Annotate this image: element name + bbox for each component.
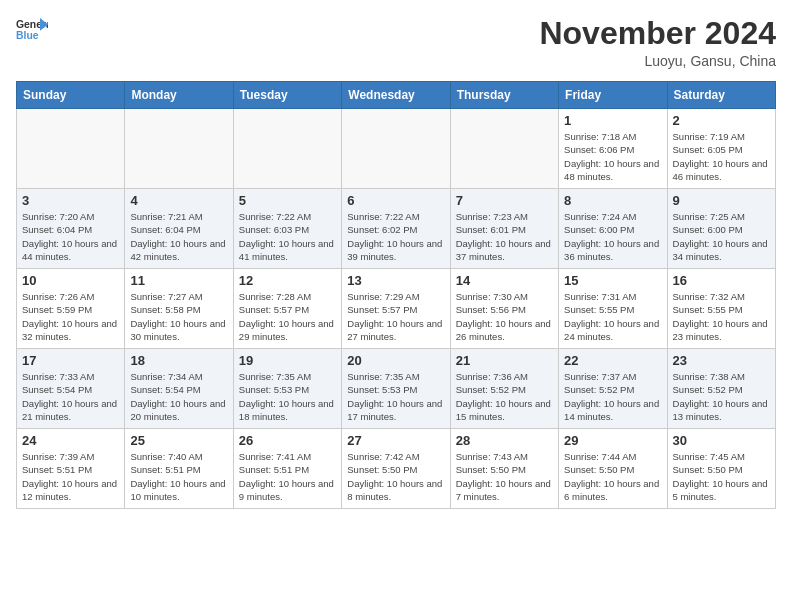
day-info: Sunrise: 7:35 AM Sunset: 5:53 PM Dayligh… (239, 370, 336, 423)
page-header: General Blue November 2024 Luoyu, Gansu,… (16, 16, 776, 69)
calendar-cell: 9Sunrise: 7:25 AM Sunset: 6:00 PM Daylig… (667, 189, 775, 269)
day-info: Sunrise: 7:26 AM Sunset: 5:59 PM Dayligh… (22, 290, 119, 343)
day-info: Sunrise: 7:40 AM Sunset: 5:51 PM Dayligh… (130, 450, 227, 503)
day-number: 11 (130, 273, 227, 288)
calendar-cell: 7Sunrise: 7:23 AM Sunset: 6:01 PM Daylig… (450, 189, 558, 269)
weekday-header-wednesday: Wednesday (342, 82, 450, 109)
day-number: 14 (456, 273, 553, 288)
day-info: Sunrise: 7:29 AM Sunset: 5:57 PM Dayligh… (347, 290, 444, 343)
day-info: Sunrise: 7:39 AM Sunset: 5:51 PM Dayligh… (22, 450, 119, 503)
calendar-cell: 5Sunrise: 7:22 AM Sunset: 6:03 PM Daylig… (233, 189, 341, 269)
calendar-week-1: 3Sunrise: 7:20 AM Sunset: 6:04 PM Daylig… (17, 189, 776, 269)
month-title: November 2024 (539, 16, 776, 51)
location: Luoyu, Gansu, China (539, 53, 776, 69)
day-number: 7 (456, 193, 553, 208)
calendar-cell: 18Sunrise: 7:34 AM Sunset: 5:54 PM Dayli… (125, 349, 233, 429)
day-info: Sunrise: 7:36 AM Sunset: 5:52 PM Dayligh… (456, 370, 553, 423)
weekday-header-monday: Monday (125, 82, 233, 109)
day-number: 9 (673, 193, 770, 208)
weekday-header-thursday: Thursday (450, 82, 558, 109)
day-info: Sunrise: 7:41 AM Sunset: 5:51 PM Dayligh… (239, 450, 336, 503)
calendar-cell: 14Sunrise: 7:30 AM Sunset: 5:56 PM Dayli… (450, 269, 558, 349)
day-info: Sunrise: 7:22 AM Sunset: 6:02 PM Dayligh… (347, 210, 444, 263)
calendar-cell: 4Sunrise: 7:21 AM Sunset: 6:04 PM Daylig… (125, 189, 233, 269)
day-info: Sunrise: 7:22 AM Sunset: 6:03 PM Dayligh… (239, 210, 336, 263)
day-info: Sunrise: 7:34 AM Sunset: 5:54 PM Dayligh… (130, 370, 227, 423)
day-number: 16 (673, 273, 770, 288)
calendar-cell: 15Sunrise: 7:31 AM Sunset: 5:55 PM Dayli… (559, 269, 667, 349)
day-info: Sunrise: 7:28 AM Sunset: 5:57 PM Dayligh… (239, 290, 336, 343)
calendar-cell: 28Sunrise: 7:43 AM Sunset: 5:50 PM Dayli… (450, 429, 558, 509)
calendar-cell: 20Sunrise: 7:35 AM Sunset: 5:53 PM Dayli… (342, 349, 450, 429)
day-info: Sunrise: 7:19 AM Sunset: 6:05 PM Dayligh… (673, 130, 770, 183)
day-number: 27 (347, 433, 444, 448)
day-info: Sunrise: 7:38 AM Sunset: 5:52 PM Dayligh… (673, 370, 770, 423)
calendar-cell: 10Sunrise: 7:26 AM Sunset: 5:59 PM Dayli… (17, 269, 125, 349)
day-info: Sunrise: 7:23 AM Sunset: 6:01 PM Dayligh… (456, 210, 553, 263)
day-info: Sunrise: 7:42 AM Sunset: 5:50 PM Dayligh… (347, 450, 444, 503)
day-number: 23 (673, 353, 770, 368)
day-info: Sunrise: 7:30 AM Sunset: 5:56 PM Dayligh… (456, 290, 553, 343)
calendar-cell: 25Sunrise: 7:40 AM Sunset: 5:51 PM Dayli… (125, 429, 233, 509)
day-number: 24 (22, 433, 119, 448)
calendar-week-0: 1Sunrise: 7:18 AM Sunset: 6:06 PM Daylig… (17, 109, 776, 189)
day-number: 12 (239, 273, 336, 288)
day-number: 20 (347, 353, 444, 368)
day-info: Sunrise: 7:27 AM Sunset: 5:58 PM Dayligh… (130, 290, 227, 343)
day-number: 22 (564, 353, 661, 368)
logo-icon: General Blue (16, 16, 48, 44)
day-info: Sunrise: 7:20 AM Sunset: 6:04 PM Dayligh… (22, 210, 119, 263)
calendar-cell: 8Sunrise: 7:24 AM Sunset: 6:00 PM Daylig… (559, 189, 667, 269)
day-number: 26 (239, 433, 336, 448)
calendar-cell (125, 109, 233, 189)
weekday-header-friday: Friday (559, 82, 667, 109)
day-info: Sunrise: 7:18 AM Sunset: 6:06 PM Dayligh… (564, 130, 661, 183)
day-info: Sunrise: 7:31 AM Sunset: 5:55 PM Dayligh… (564, 290, 661, 343)
calendar-cell: 3Sunrise: 7:20 AM Sunset: 6:04 PM Daylig… (17, 189, 125, 269)
day-number: 28 (456, 433, 553, 448)
calendar-cell: 23Sunrise: 7:38 AM Sunset: 5:52 PM Dayli… (667, 349, 775, 429)
calendar-cell: 1Sunrise: 7:18 AM Sunset: 6:06 PM Daylig… (559, 109, 667, 189)
day-info: Sunrise: 7:32 AM Sunset: 5:55 PM Dayligh… (673, 290, 770, 343)
day-info: Sunrise: 7:24 AM Sunset: 6:00 PM Dayligh… (564, 210, 661, 263)
day-number: 4 (130, 193, 227, 208)
calendar-cell: 29Sunrise: 7:44 AM Sunset: 5:50 PM Dayli… (559, 429, 667, 509)
day-number: 8 (564, 193, 661, 208)
calendar-table: SundayMondayTuesdayWednesdayThursdayFrid… (16, 81, 776, 509)
day-info: Sunrise: 7:21 AM Sunset: 6:04 PM Dayligh… (130, 210, 227, 263)
day-number: 18 (130, 353, 227, 368)
calendar-cell (342, 109, 450, 189)
day-number: 17 (22, 353, 119, 368)
day-info: Sunrise: 7:35 AM Sunset: 5:53 PM Dayligh… (347, 370, 444, 423)
calendar-week-4: 24Sunrise: 7:39 AM Sunset: 5:51 PM Dayli… (17, 429, 776, 509)
day-number: 21 (456, 353, 553, 368)
day-number: 15 (564, 273, 661, 288)
weekday-header-saturday: Saturday (667, 82, 775, 109)
calendar-cell (233, 109, 341, 189)
calendar-cell: 26Sunrise: 7:41 AM Sunset: 5:51 PM Dayli… (233, 429, 341, 509)
day-number: 1 (564, 113, 661, 128)
weekday-header-row: SundayMondayTuesdayWednesdayThursdayFrid… (17, 82, 776, 109)
day-number: 19 (239, 353, 336, 368)
day-info: Sunrise: 7:37 AM Sunset: 5:52 PM Dayligh… (564, 370, 661, 423)
calendar-cell: 21Sunrise: 7:36 AM Sunset: 5:52 PM Dayli… (450, 349, 558, 429)
calendar-cell: 22Sunrise: 7:37 AM Sunset: 5:52 PM Dayli… (559, 349, 667, 429)
day-number: 25 (130, 433, 227, 448)
calendar-cell: 27Sunrise: 7:42 AM Sunset: 5:50 PM Dayli… (342, 429, 450, 509)
calendar-cell: 12Sunrise: 7:28 AM Sunset: 5:57 PM Dayli… (233, 269, 341, 349)
calendar-cell: 16Sunrise: 7:32 AM Sunset: 5:55 PM Dayli… (667, 269, 775, 349)
day-number: 10 (22, 273, 119, 288)
title-block: November 2024 Luoyu, Gansu, China (539, 16, 776, 69)
day-info: Sunrise: 7:43 AM Sunset: 5:50 PM Dayligh… (456, 450, 553, 503)
weekday-header-tuesday: Tuesday (233, 82, 341, 109)
calendar-cell: 19Sunrise: 7:35 AM Sunset: 5:53 PM Dayli… (233, 349, 341, 429)
svg-text:Blue: Blue (16, 30, 39, 41)
calendar-week-2: 10Sunrise: 7:26 AM Sunset: 5:59 PM Dayli… (17, 269, 776, 349)
day-info: Sunrise: 7:25 AM Sunset: 6:00 PM Dayligh… (673, 210, 770, 263)
day-number: 13 (347, 273, 444, 288)
calendar-body: 1Sunrise: 7:18 AM Sunset: 6:06 PM Daylig… (17, 109, 776, 509)
day-number: 5 (239, 193, 336, 208)
day-number: 2 (673, 113, 770, 128)
day-number: 30 (673, 433, 770, 448)
weekday-header-sunday: Sunday (17, 82, 125, 109)
